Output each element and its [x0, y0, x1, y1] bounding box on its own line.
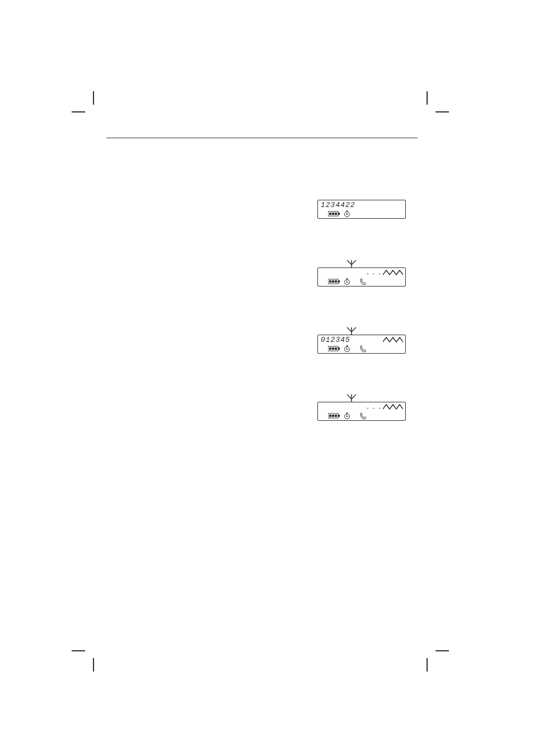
battery-icon	[328, 346, 340, 351]
svg-line-14	[352, 327, 356, 332]
signal-icon	[383, 403, 403, 411]
svg-rect-17	[338, 348, 340, 350]
svg-rect-3	[332, 213, 334, 215]
svg-rect-26	[329, 415, 331, 417]
phone-icon	[359, 278, 367, 285]
svg-line-6	[352, 260, 356, 265]
phone-icon	[359, 412, 367, 420]
svg-rect-9	[338, 280, 340, 283]
svg-rect-19	[332, 348, 334, 350]
svg-rect-11	[332, 280, 334, 283]
svg-line-5	[347, 260, 352, 265]
clock-icon	[344, 279, 350, 285]
header-rule	[106, 138, 418, 138]
lcd-display-2: - - -	[317, 267, 406, 287]
clock-icon	[344, 414, 350, 419]
antenna-icon	[345, 393, 358, 402]
lcd-digits: 012345	[321, 336, 350, 344]
battery-icon	[328, 279, 340, 284]
lcd-dashes: - - -	[367, 404, 382, 411]
svg-rect-1	[338, 213, 340, 215]
lcd-dashes: - - -	[367, 270, 382, 276]
svg-rect-28	[335, 415, 337, 417]
svg-rect-25	[338, 415, 340, 417]
battery-icon	[328, 413, 340, 419]
svg-rect-10	[329, 280, 331, 283]
svg-line-21	[347, 395, 352, 399]
lcd-digits: 1234422	[321, 201, 355, 209]
clock-icon	[344, 346, 350, 352]
battery-icon	[328, 211, 340, 217]
phone-icon	[359, 345, 367, 353]
svg-rect-2	[329, 213, 331, 215]
signal-icon	[383, 269, 403, 277]
svg-line-22	[352, 395, 356, 399]
antenna-icon	[345, 326, 358, 335]
svg-rect-4	[335, 213, 337, 215]
lcd-display-1: 1234422	[317, 200, 406, 219]
svg-rect-18	[329, 348, 331, 350]
lcd-display-3: 012345	[317, 335, 406, 354]
svg-rect-27	[332, 415, 334, 417]
svg-rect-12	[335, 280, 337, 283]
lcd-display-4: - - -	[317, 402, 406, 421]
svg-rect-20	[335, 348, 337, 350]
svg-line-13	[347, 327, 352, 332]
signal-icon	[383, 336, 403, 344]
antenna-icon	[345, 259, 358, 268]
clock-icon	[344, 212, 350, 217]
